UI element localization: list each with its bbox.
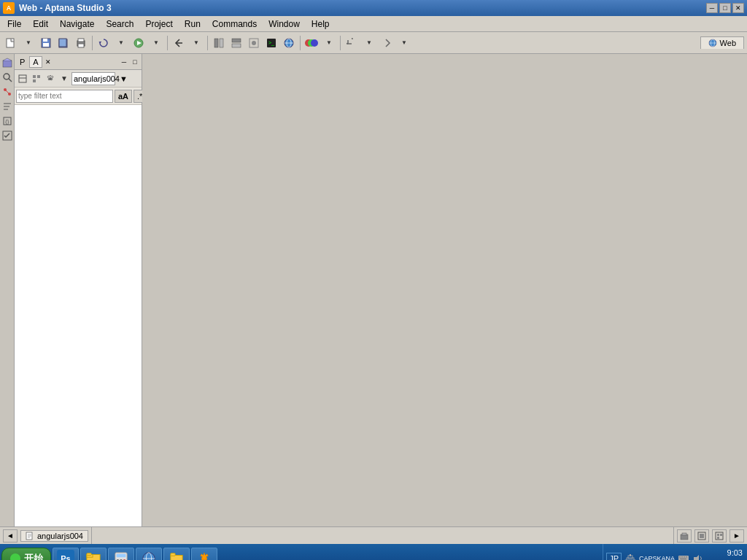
taskbar-files[interactable] [163,548,190,560]
svg-rect-78 [678,556,689,560]
status-center [91,527,674,544]
menu-commands[interactable]: Commands [206,16,263,31]
web-tab[interactable]: Web [700,36,744,49]
side-settings-btn[interactable] [44,72,57,85]
status-right-arrow[interactable]: ► [729,529,744,542]
svg-rect-15 [232,44,241,47]
menu-search[interactable]: Search [100,16,139,31]
svg-point-17 [252,41,256,45]
left-icon-outline[interactable] [1,101,13,112]
status-btn-2[interactable] [694,529,709,542]
minimize-button[interactable]: ─ [706,3,718,13]
svg-rect-62 [87,553,91,556]
menu-window[interactable]: Window [263,16,306,31]
tray-lang[interactable]: JP [606,553,622,560]
left-icon-tasks[interactable] [1,130,13,141]
toolbar-layout3-btn[interactable] [246,35,262,51]
system-tray: JP CAPS KANA 9:03 2015/5/25 [603,544,746,560]
svg-rect-14 [232,39,241,42]
start-button[interactable]: 开始 [1,548,51,560]
toolbar-forward-btn[interactable] [379,35,395,51]
toolbar-history-forward-btn[interactable]: ▼ [361,35,377,51]
svg-rect-54 [700,534,704,538]
panel-tabs: P A ✕ [16,56,53,68]
ps-icon: Ps [57,550,74,560]
toolbar-browser-btn[interactable] [281,35,297,51]
toolbar-save-btn[interactable] [38,35,54,51]
menu-file[interactable]: File [1,16,27,31]
toolbar-new-btn[interactable] [3,35,19,51]
project-name: angularjs004 [74,74,120,83]
svg-rect-52 [682,533,686,535]
toolbar-color-btn[interactable] [303,35,320,51]
toolbar-save2-btn[interactable] [55,35,71,51]
svg-line-31 [9,79,12,82]
menu-edit[interactable]: Edit [27,16,54,31]
panel-tab-p[interactable]: P [16,56,28,68]
svg-point-30 [4,74,9,79]
status-btn-3[interactable] [712,529,727,542]
status-tab[interactable]: angularjs004 [20,530,88,542]
browser-icon [142,551,156,560]
tray-volume[interactable] [692,553,704,560]
svg-rect-83 [680,559,686,560]
filter-input[interactable] [16,90,113,103]
window-title: Web - Aptana Studio 3 [19,3,112,13]
toolbar-layout1-btn[interactable] [211,35,227,51]
close-button[interactable]: ✕ [732,3,744,13]
toolbar-print-btn[interactable] [73,35,89,51]
taskbar-calc[interactable] [108,548,134,560]
svg-text:{}: {} [5,118,9,125]
tray-ime[interactable]: CAPS KANA [639,555,675,560]
taskbar-explorer[interactable] [80,548,107,560]
toolbar-refresh-dropdown[interactable]: ▼ [113,35,129,51]
left-icon-search[interactable] [1,71,13,83]
taskbar-ps[interactable]: Ps [53,548,79,560]
svg-rect-80 [681,556,683,558]
menu-help[interactable]: Help [306,16,336,31]
side-view-btn[interactable] [30,72,43,85]
taskbar-browser[interactable] [136,548,162,560]
toolbar-run-btn[interactable] [131,35,147,51]
toolbar: ▼ ▼ ▼ ▼ >_ ▼ ▼ [0,32,747,54]
status-left: ◄ angularjs004 [3,529,88,542]
taskbar-settings[interactable] [191,548,217,560]
toolbar-terminal-btn[interactable]: >_ [263,35,279,51]
toolbar-forward-dropdown[interactable]: ▼ [396,35,412,51]
menu-navigate[interactable]: Navigate [54,16,100,31]
status-btn-1[interactable] [677,529,692,542]
svg-rect-57 [720,534,722,536]
toolbar-run-dropdown[interactable]: ▼ [148,35,164,51]
left-icon-snippets[interactable]: {} [1,115,13,127]
side-collapse-btn[interactable] [16,72,29,85]
svg-rect-7 [78,39,84,42]
toolbar-new-dropdown[interactable]: ▼ [20,35,36,51]
toolbar-refresh-btn[interactable] [96,35,112,51]
toolbar-back-btn[interactable] [171,35,187,51]
left-icon-git[interactable] [1,86,13,98]
panel-minimize-btn[interactable]: ─ [119,57,129,67]
toolbar-color-dropdown[interactable]: ▼ [321,35,337,51]
toolbar-history-btn[interactable] [344,35,360,51]
left-icon-bar: {} [0,54,15,526]
toolbar-layout2-btn[interactable] [228,35,244,51]
panel-maximize-btn[interactable]: □ [130,57,140,67]
svg-rect-3 [43,43,49,47]
toolbar-back-dropdown[interactable]: ▼ [188,35,204,51]
search-aa-btn[interactable]: aA [115,90,132,103]
tray-network[interactable] [624,553,636,560]
svg-rect-58 [717,537,719,539]
panel-tab-a[interactable]: A [29,56,42,68]
maximize-button[interactable]: □ [719,3,731,13]
status-left-arrow[interactable]: ◄ [3,529,18,542]
file-tree[interactable] [15,105,142,526]
left-icon-packages[interactable] [1,57,13,69]
side-dropdown-btn[interactable]: ▼ [58,72,71,85]
settings-icon [197,551,212,560]
menu-run[interactable]: Run [179,16,206,31]
tray-keyboard[interactable] [678,555,689,560]
svg-rect-81 [684,556,685,558]
project-dropdown[interactable]: angularjs004 ▼ [71,72,115,85]
panel-close-tab-btn[interactable]: ✕ [43,57,53,67]
menu-project[interactable]: Project [139,16,178,31]
